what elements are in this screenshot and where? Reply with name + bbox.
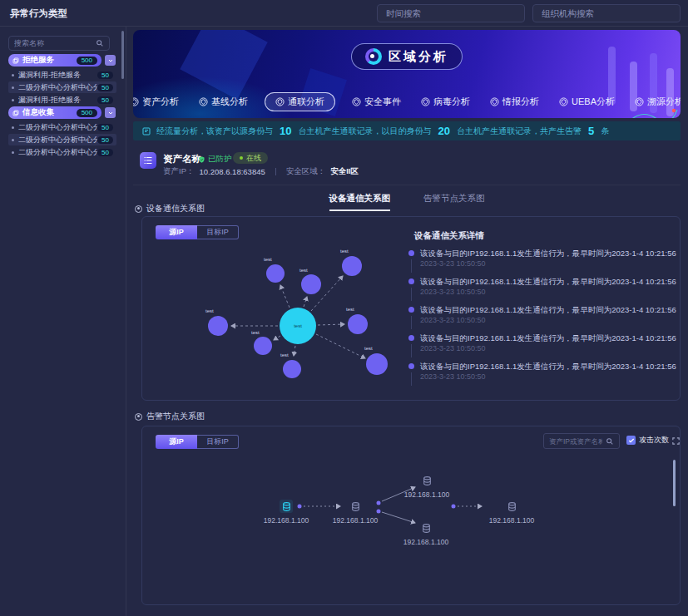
bubble-node[interactable] <box>301 274 321 294</box>
chevron-down-icon[interactable] <box>105 107 116 118</box>
traffic-summary-bar: 经流量分析，该资产以源身份与10台主机产生通联记录，以目的身份与20台主机产生通… <box>133 121 681 140</box>
server-icon <box>350 501 361 512</box>
asset-name: 资产名称 <box>163 153 201 165</box>
sidebar-scrollbar[interactable] <box>121 31 124 79</box>
report-icon <box>141 126 151 136</box>
asset-meta-row: 资产IP：10.208.6.18:63845 安全区域：安全II区 <box>163 166 359 177</box>
bubble-label: test <box>346 307 354 312</box>
online-dot-icon <box>240 156 243 160</box>
summary-text: 台主机产生通联记录，共产生告警 <box>457 126 582 137</box>
tab-label: 通联分析 <box>288 96 324 108</box>
chevron-down-icon[interactable] <box>105 55 116 66</box>
event-text: 该设备与目的IP192.168.1.1发生通信行为，最早时间为2023-1-4 … <box>420 362 676 372</box>
bubble-node[interactable] <box>266 264 285 283</box>
bubble-node[interactable] <box>342 256 362 276</box>
bullet-icon <box>12 126 14 129</box>
group-label: 拒绝服务 <box>22 55 77 66</box>
bubble-node[interactable] <box>348 314 368 334</box>
tab-communication-analysis[interactable]: 通联分析 <box>265 92 335 111</box>
tab-label: 安全事件 <box>364 96 401 108</box>
node-ip-label: 192.168.1.100 <box>404 490 449 499</box>
sidebar-item[interactable]: 漏洞利用-拒绝服务 50 <box>8 94 116 106</box>
security-zone-value: 安全II区 <box>330 166 359 177</box>
banner: 区域分析 资产分析 基线分析 通联分析 安全事件 病毒分析 <box>133 30 681 118</box>
sidebar-item-label: 二级分析中心分析中心分 <box>18 82 97 93</box>
bubble-node[interactable] <box>254 337 272 355</box>
sidebar-group-info-collect[interactable]: 信息收集 500 <box>8 106 116 119</box>
graph-node[interactable] <box>420 474 433 487</box>
sidebar-group-pill[interactable]: 信息收集 500 <box>8 106 101 119</box>
bubble-node[interactable] <box>366 353 388 375</box>
sidebar-item[interactable]: 漏洞利用-拒绝服务 50 <box>8 69 116 81</box>
sidebar-group-dos[interactable]: 拒绝服务 500 <box>8 54 116 67</box>
tab-ueba-analysis[interactable]: UEBA分析 <box>556 93 618 111</box>
sidebar-search-field[interactable] <box>8 36 110 51</box>
tab-device-comm-graph[interactable]: 设备通信关系图 <box>329 193 391 211</box>
tab-intel-analysis[interactable]: 情报分析 <box>487 93 542 111</box>
time-search-field[interactable] <box>377 4 525 22</box>
tab-baseline-analysis[interactable]: 基线分析 <box>196 93 251 111</box>
org-search-field[interactable] <box>532 4 681 22</box>
shield-circle-icon <box>421 97 430 106</box>
sidebar-item[interactable]: 二级分析中心分析中心分 50 <box>8 134 116 145</box>
event-time: 2023-3-23 10:50:50 <box>420 344 486 352</box>
search-icon[interactable] <box>96 39 104 47</box>
panel-scrollbar[interactable] <box>673 460 676 506</box>
event-text: 该设备与目的IP192.168.1.1发生通信行为，最早时间为2023-1-4 … <box>420 305 676 316</box>
node-graph-edges <box>142 426 681 606</box>
bubble-label: test <box>294 323 302 328</box>
protected-label: 已防护 <box>208 154 232 165</box>
time-search-input[interactable] <box>386 8 516 18</box>
server-icon <box>281 501 292 512</box>
online-badge: 在线 <box>233 152 268 164</box>
item-count-badge: 50 <box>97 136 113 144</box>
sidebar-search-input[interactable] <box>14 39 96 47</box>
tab-trace-analysis[interactable]: 溯源分析 <box>631 93 681 111</box>
item-count-badge: 50 <box>97 71 113 79</box>
tab-asset-analysis[interactable]: 资产分析 <box>133 93 182 111</box>
bubble-node-center[interactable]: test <box>280 308 316 344</box>
folder-copy-icon <box>12 57 19 64</box>
graph-node[interactable] <box>505 500 518 513</box>
tab-security-events[interactable]: 安全事件 <box>349 93 404 111</box>
org-search-input[interactable] <box>542 8 671 18</box>
server-icon <box>422 476 433 486</box>
sidebar-item[interactable]: 二级分析中心分析中心分 50 <box>8 81 116 93</box>
timeline-connector <box>411 344 412 357</box>
item-count-badge: 50 <box>97 149 113 156</box>
shield-check-icon <box>198 155 205 164</box>
event-bullet-icon <box>408 335 414 341</box>
sidebar: 拒绝服务 500 漏洞利用-拒绝服务 50 二级分析中心分析中心分 50 漏洞利… <box>0 27 126 616</box>
bullet-icon <box>12 139 14 141</box>
item-count-badge: 50 <box>97 96 113 104</box>
bubble-node[interactable] <box>208 316 228 336</box>
graph-node-source[interactable] <box>280 500 293 513</box>
bullet-icon <box>12 74 14 76</box>
summary-text: 台主机产生通联记录，以目的身份与 <box>298 126 431 137</box>
banner-title: 区域分析 <box>389 49 448 65</box>
sidebar-item[interactable]: 二级分析中心分析中心分 50 <box>8 146 116 158</box>
graph-node[interactable] <box>419 521 433 535</box>
sidebar-group-pill[interactable]: 拒绝服务 500 <box>8 54 101 67</box>
event-time: 2023-3-23 10:50:50 <box>420 316 486 324</box>
event-time: 2023-3-23 10:50:50 <box>420 372 486 381</box>
item-count-badge: 50 <box>97 124 113 131</box>
tab-virus-analysis[interactable]: 病毒分析 <box>418 93 473 111</box>
timeline-connector <box>411 288 412 301</box>
banner-title-pill: 区域分析 <box>351 43 463 70</box>
group-count-badge: 500 <box>77 57 97 65</box>
node-ip-label: 192.168.1.100 <box>264 516 309 525</box>
online-label: 在线 <box>246 153 261 164</box>
sidebar-item[interactable]: 二级分析中心分析中心分 50 <box>8 121 116 133</box>
sidebar-item-label: 二级分析中心分析中心分 <box>18 147 97 158</box>
timeline-connector <box>411 316 412 329</box>
bubble-node[interactable] <box>283 360 301 378</box>
event-bullet-icon <box>408 307 414 313</box>
node-ip-label: 192.168.1.100 <box>403 538 448 546</box>
graph-node[interactable] <box>349 500 362 513</box>
shield-circle-icon <box>490 97 499 106</box>
sidebar-item-label: 二级分析中心分析中心分 <box>18 135 97 145</box>
summary-text: 条 <box>601 126 609 137</box>
tab-alarm-node-graph[interactable]: 告警节点关系图 <box>423 193 485 211</box>
event-bullet-icon <box>408 278 414 284</box>
